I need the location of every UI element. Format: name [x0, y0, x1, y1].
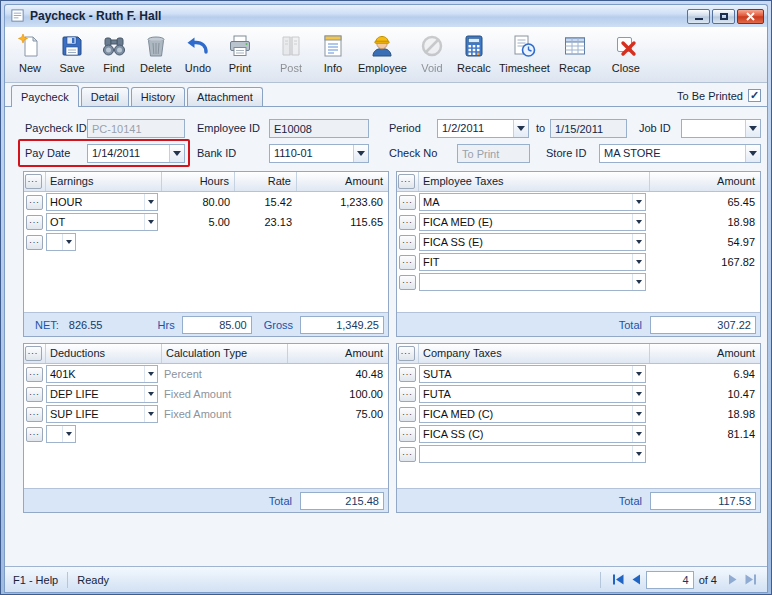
- tax-code-combo[interactable]: FICA SS (E): [419, 233, 646, 251]
- dropdown-arrow-icon[interactable]: [144, 194, 157, 210]
- dropdown-arrow-icon[interactable]: [353, 145, 368, 162]
- dropdown-arrow-icon[interactable]: [144, 214, 157, 230]
- dropdown-arrow-icon[interactable]: [513, 120, 528, 137]
- deduction-code-combo[interactable]: SUP LIFE: [46, 405, 158, 423]
- row-options-button[interactable]: ...: [399, 387, 416, 402]
- row-options-button[interactable]: ...: [399, 255, 416, 270]
- tax-code-combo[interactable]: FICA MED (C): [419, 405, 646, 423]
- dropdown-arrow-icon[interactable]: [745, 120, 760, 137]
- next-page-button[interactable]: [723, 571, 741, 589]
- tab-detail[interactable]: Detail: [81, 87, 129, 106]
- window-close-button[interactable]: [737, 9, 764, 24]
- toolbar-button-recalc[interactable]: Recalc: [453, 29, 495, 81]
- row-options-button[interactable]: ...: [26, 195, 43, 210]
- toolbar-button-find[interactable]: Find: [93, 29, 135, 81]
- amount-cell[interactable]: 18.98: [650, 216, 760, 228]
- row-options-button[interactable]: ...: [26, 367, 43, 382]
- grid-options-button[interactable]: ...: [25, 174, 42, 189]
- tab-paycheck[interactable]: Paycheck: [11, 85, 79, 107]
- row-options-button[interactable]: ...: [26, 427, 43, 442]
- toolbar-button-recap[interactable]: Recap: [554, 29, 596, 81]
- row-options-button[interactable]: ...: [26, 215, 43, 230]
- tax-code-combo[interactable]: FICA SS (C): [419, 425, 646, 443]
- dropdown-arrow-icon[interactable]: [144, 406, 157, 422]
- dropdown-arrow-icon[interactable]: [62, 234, 75, 250]
- dropdown-arrow-icon[interactable]: [632, 274, 645, 290]
- row-options-button[interactable]: ...: [26, 235, 43, 250]
- amount-cell[interactable]: 1,233.60: [297, 196, 388, 208]
- hours-cell[interactable]: 5.00: [162, 216, 235, 228]
- prev-page-button[interactable]: [628, 571, 646, 589]
- job-id-combo[interactable]: [681, 119, 761, 138]
- dropdown-arrow-icon[interactable]: [632, 254, 645, 270]
- row-options-button[interactable]: ...: [399, 195, 416, 210]
- toolbar-button-info[interactable]: Info: [312, 29, 354, 81]
- dropdown-arrow-icon[interactable]: [745, 145, 760, 162]
- tax-code-combo[interactable]: FICA MED (E): [419, 213, 646, 231]
- dropdown-arrow-icon[interactable]: [632, 194, 645, 210]
- pay-date-combo[interactable]: 1/14/2011: [87, 144, 185, 163]
- paycheck-id-field[interactable]: [87, 119, 185, 138]
- dropdown-arrow-icon[interactable]: [169, 145, 184, 162]
- row-options-button[interactable]: ...: [399, 235, 416, 250]
- rate-cell[interactable]: 23.13: [235, 216, 297, 228]
- period-from-combo[interactable]: 1/2/2011: [437, 119, 529, 138]
- dropdown-arrow-icon[interactable]: [144, 366, 157, 382]
- row-options-button[interactable]: ...: [399, 275, 416, 290]
- earning-code-combo[interactable]: HOUR: [46, 193, 158, 211]
- dropdown-arrow-icon[interactable]: [62, 426, 75, 442]
- toolbar-button-employee[interactable]: Employee: [354, 29, 411, 81]
- earning-code-combo[interactable]: [46, 233, 76, 251]
- employee-id-field[interactable]: [269, 119, 369, 138]
- row-options-button[interactable]: ...: [26, 407, 43, 422]
- check-no-field[interactable]: [457, 144, 530, 163]
- toolbar-button-timesheet[interactable]: Timesheet: [495, 29, 554, 81]
- amount-cell[interactable]: 65.45: [650, 196, 760, 208]
- toolbar-button-close[interactable]: Close: [605, 29, 647, 81]
- dropdown-arrow-icon[interactable]: [632, 446, 645, 462]
- amount-cell[interactable]: 54.97: [650, 236, 760, 248]
- period-to-field[interactable]: [550, 119, 627, 138]
- first-page-button[interactable]: [610, 571, 628, 589]
- amount-cell[interactable]: 40.48: [288, 368, 388, 380]
- to-be-printed-checkbox[interactable]: ✓: [748, 89, 761, 102]
- tax-code-combo[interactable]: [419, 273, 646, 291]
- minimize-button[interactable]: [687, 9, 710, 24]
- deduction-code-combo[interactable]: DEP LIFE: [46, 385, 158, 403]
- tab-attachment[interactable]: Attachment: [187, 87, 263, 106]
- deduction-code-combo[interactable]: 401K: [46, 365, 158, 383]
- tax-code-combo[interactable]: MA: [419, 193, 646, 211]
- grid-options-button[interactable]: ...: [398, 174, 415, 189]
- row-options-button[interactable]: ...: [26, 387, 43, 402]
- amount-cell[interactable]: 100.00: [288, 388, 388, 400]
- row-options-button[interactable]: ...: [399, 367, 416, 382]
- tax-code-combo[interactable]: FIT: [419, 253, 646, 271]
- toolbar-button-save[interactable]: Save: [51, 29, 93, 81]
- store-id-combo[interactable]: MA STORE: [599, 144, 761, 163]
- toolbar-button-delete[interactable]: Delete: [135, 29, 177, 81]
- bank-id-combo[interactable]: 1110-01: [269, 144, 369, 163]
- row-options-button[interactable]: ...: [399, 427, 416, 442]
- dropdown-arrow-icon[interactable]: [632, 426, 645, 442]
- dropdown-arrow-icon[interactable]: [144, 386, 157, 402]
- deduction-code-combo[interactable]: [46, 425, 76, 443]
- amount-cell[interactable]: 18.98: [650, 408, 760, 420]
- last-page-button[interactable]: [741, 571, 759, 589]
- dropdown-arrow-icon[interactable]: [632, 386, 645, 402]
- toolbar-button-undo[interactable]: Undo: [177, 29, 219, 81]
- dropdown-arrow-icon[interactable]: [632, 214, 645, 230]
- dropdown-arrow-icon[interactable]: [632, 234, 645, 250]
- row-options-button[interactable]: ...: [399, 407, 416, 422]
- amount-cell[interactable]: 167.82: [650, 256, 760, 268]
- earning-code-combo[interactable]: OT: [46, 213, 158, 231]
- page-number-input[interactable]: [646, 571, 694, 589]
- row-options-button[interactable]: ...: [399, 447, 416, 462]
- amount-cell[interactable]: 75.00: [288, 408, 388, 420]
- maximize-button[interactable]: [712, 9, 735, 24]
- tax-code-combo[interactable]: FUTA: [419, 385, 646, 403]
- tab-history[interactable]: History: [131, 87, 185, 106]
- hours-cell[interactable]: 80.00: [162, 196, 235, 208]
- toolbar-button-print[interactable]: Print: [219, 29, 261, 81]
- amount-cell[interactable]: 115.65: [297, 216, 388, 228]
- rate-cell[interactable]: 15.42: [235, 196, 297, 208]
